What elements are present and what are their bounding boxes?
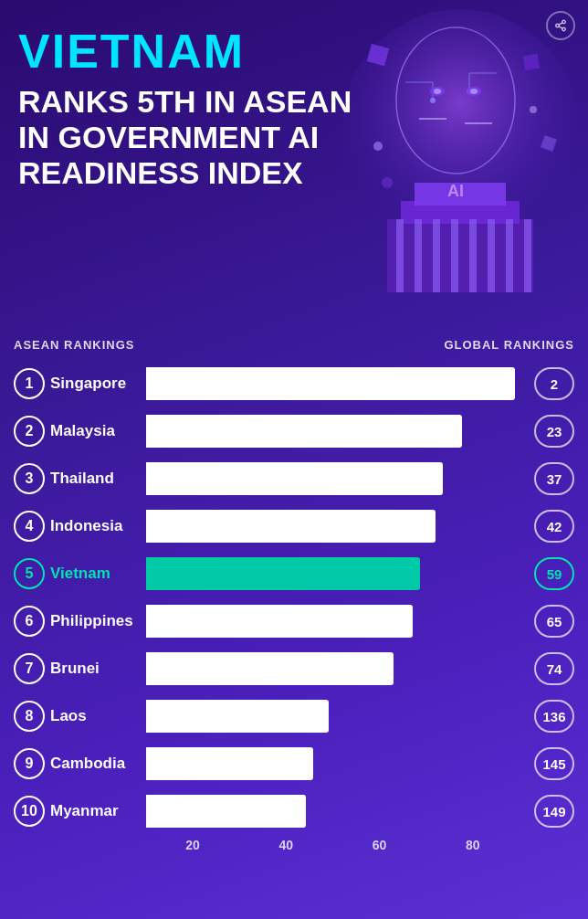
svg-text:AI: AI <box>447 182 464 200</box>
bar-row: 10Myanmar149 <box>14 790 574 832</box>
country-name: Cambodia <box>50 755 146 773</box>
country-name: Singapore <box>50 375 146 393</box>
svg-rect-16 <box>524 219 531 292</box>
global-badge: 145 <box>534 747 574 780</box>
bar-container <box>146 605 527 638</box>
global-badge: 136 <box>534 700 574 733</box>
svg-rect-10 <box>415 219 422 292</box>
country-name: Brunei <box>50 660 146 678</box>
bar-row: 3Thailand37 <box>14 458 574 500</box>
bar-container <box>146 652 527 685</box>
country-name: Philippines <box>50 612 146 630</box>
svg-point-34 <box>373 142 383 151</box>
bar <box>146 415 462 448</box>
bar-row: 4Indonesia42 <box>14 505 574 547</box>
rank-badge: 5 <box>14 558 45 589</box>
x-axis-label: 40 <box>239 838 332 852</box>
bar-container <box>146 367 527 400</box>
global-label: GLOBAL RANKINGS <box>444 338 574 352</box>
bar <box>146 652 394 685</box>
svg-point-35 <box>530 106 537 113</box>
bar <box>146 557 420 590</box>
rank-badge: 9 <box>14 748 45 779</box>
svg-rect-13 <box>469 219 477 292</box>
bar <box>146 367 515 400</box>
bar <box>146 700 329 733</box>
bar-container <box>146 510 527 543</box>
bar-container <box>146 415 527 448</box>
rank-badge: 1 <box>14 368 45 399</box>
svg-rect-9 <box>396 219 404 292</box>
country-name: Thailand <box>50 470 146 488</box>
bar-row: 5Vietnam59 <box>14 553 574 595</box>
bar-row: 7Brunei74 <box>14 648 574 690</box>
global-badge: 37 <box>534 462 574 495</box>
rank-badge: 8 <box>14 701 45 732</box>
rank-badge: 6 <box>14 606 45 637</box>
x-axis-label: 80 <box>426 838 520 852</box>
global-badge: 2 <box>534 367 574 400</box>
bar-row: 2Malaysia23 <box>14 410 574 452</box>
rank-badge: 2 <box>14 416 45 447</box>
bar-container <box>146 747 527 780</box>
bar <box>146 510 436 543</box>
bar-row: 6Philippines65 <box>14 600 574 642</box>
rank-badge: 7 <box>14 653 45 684</box>
svg-point-28 <box>434 89 441 94</box>
country-name: Indonesia <box>50 517 146 535</box>
global-badge: 74 <box>534 652 574 685</box>
bar-row: 8Laos136 <box>14 695 574 737</box>
rank-badge: 10 <box>14 796 45 827</box>
bar-row: 9Cambodia145 <box>14 743 574 785</box>
rank-badge: 4 <box>14 511 45 542</box>
global-badge: 23 <box>534 415 574 448</box>
rank-badge: 3 <box>14 463 45 494</box>
bar-container <box>146 700 527 733</box>
country-name: Vietnam <box>50 565 146 583</box>
svg-rect-12 <box>451 219 458 292</box>
bar-container <box>146 557 527 590</box>
asean-label: ASEAN RANKINGS <box>14 338 134 352</box>
x-axis-label: 20 <box>146 838 239 852</box>
country-name: Malaysia <box>50 422 146 440</box>
bar-container <box>146 795 527 828</box>
svg-rect-11 <box>433 219 440 292</box>
chart-area: 1Singapore22Malaysia233Thailand374Indone… <box>14 363 574 832</box>
title-subtitle: RANKS 5th IN ASEAN IN GOVERNMENT AI READ… <box>18 84 365 191</box>
svg-point-30 <box>470 89 478 94</box>
header-section: AI <box>0 0 588 329</box>
bar <box>146 795 306 828</box>
bar <box>146 462 443 495</box>
bar <box>146 747 313 780</box>
global-badge: 149 <box>534 795 574 828</box>
svg-rect-15 <box>506 219 513 292</box>
bar-row: 1Singapore2 <box>14 363 574 405</box>
global-badge: 65 <box>534 605 574 638</box>
x-axis-label: 60 <box>333 838 426 852</box>
global-badge: 59 <box>534 557 574 590</box>
bar-container <box>146 462 527 495</box>
x-axis: 20406080 <box>14 838 520 852</box>
rankings-header: ASEAN RANKINGS GLOBAL RANKINGS <box>14 338 574 352</box>
country-name: Laos <box>50 707 146 725</box>
svg-rect-14 <box>488 219 495 292</box>
global-badge: 42 <box>534 510 574 543</box>
title-vietnam: VIETNAM <box>18 27 570 75</box>
rankings-section: ASEAN RANKINGS GLOBAL RANKINGS 1Singapor… <box>0 329 588 871</box>
svg-point-21 <box>430 98 436 103</box>
country-name: Myanmar <box>50 802 146 820</box>
svg-point-36 <box>382 177 393 188</box>
bar <box>146 605 413 638</box>
